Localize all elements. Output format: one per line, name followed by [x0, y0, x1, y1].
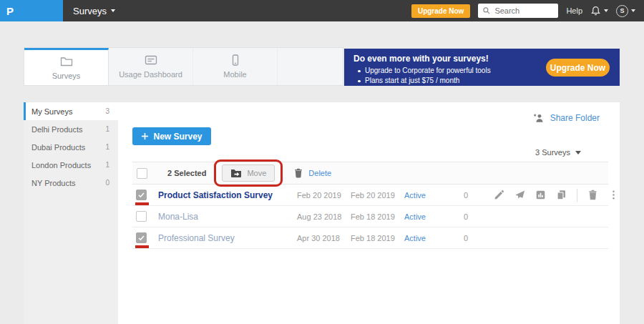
folder-count: 3: [105, 107, 109, 115]
table-row: Professional Survey Apr 30 2018 Feb 18 2…: [132, 227, 608, 249]
surveys-count-dropdown[interactable]: 3 Surveys: [535, 148, 581, 157]
share-person-icon: [533, 113, 545, 123]
row-checkbox-checked[interactable]: [136, 190, 147, 200]
row-checkbox-cell: [132, 227, 158, 248]
trash-icon[interactable]: [587, 190, 598, 200]
search-input[interactable]: [494, 6, 552, 15]
responses-count: 0: [464, 191, 494, 200]
created-date: Aug 23 2018: [297, 212, 351, 221]
send-icon[interactable]: [514, 190, 525, 200]
help-link[interactable]: Help: [566, 6, 582, 15]
red-underline-annotation: [135, 202, 149, 205]
edit-icon[interactable]: [494, 190, 504, 200]
folder-name: NY Products: [31, 179, 76, 187]
survey-title-link[interactable]: Professional Survey: [158, 233, 297, 243]
tab-label: Usage Dashboard: [119, 70, 182, 79]
sidebar-item-delhi-products[interactable]: Delhi Products 1: [24, 120, 118, 138]
modified-date: Feb 20 2019: [351, 191, 404, 200]
created-date: Feb 20 2019: [297, 191, 351, 200]
caret-down-icon: [631, 9, 635, 12]
folder-name: London Products: [31, 161, 91, 170]
banner-bullet: Plans start at just $75 / month: [353, 76, 610, 86]
plus-icon: [141, 132, 149, 140]
bell-icon: [590, 6, 601, 16]
main-panel: Share Folder New Survey 3 Surveys 2 Sele…: [118, 102, 620, 324]
promo-banner: Do even more with your surveys! Upgrade …: [344, 49, 620, 86]
tab-surveys[interactable]: Surveys: [24, 48, 109, 85]
surveys-dropdown-label: 3 Surveys: [535, 148, 570, 157]
tab-label: Surveys: [52, 72, 81, 80]
move-folder-icon: [230, 168, 242, 178]
row-actions: [494, 189, 623, 202]
responses-count: 0: [464, 234, 494, 242]
caret-down-icon: [575, 151, 581, 154]
table-row: Mona-Lisa Aug 23 2018 Feb 18 2019 Active…: [132, 206, 608, 227]
new-survey-button[interactable]: New Survey: [132, 127, 211, 145]
app-menu-label: Surveys: [73, 6, 107, 16]
new-survey-label: New Survey: [153, 132, 202, 142]
search-icon: [482, 6, 491, 15]
survey-title-link[interactable]: Product Satisfaction Survey: [158, 190, 297, 200]
caret-down-icon: [111, 9, 115, 12]
actions-divider: [577, 189, 577, 202]
app-switcher-menu[interactable]: Surveys: [73, 6, 115, 16]
duplicate-icon[interactable]: [556, 190, 567, 200]
row-checkbox-cell: [132, 206, 158, 227]
trash-icon: [293, 168, 303, 178]
modified-date: Feb 18 2019: [351, 212, 404, 221]
caret-down-icon: [604, 9, 608, 12]
table-row: Product Satisfaction Survey Feb 20 2019 …: [132, 185, 608, 206]
upgrade-now-button[interactable]: Upgrade Now: [411, 4, 470, 18]
status-label[interactable]: Active: [404, 191, 464, 200]
row-checkbox-cell: [132, 185, 158, 205]
row-checkbox-checked[interactable]: [136, 232, 147, 243]
folder-count: 1: [105, 143, 109, 151]
top-bar: P Surveys Upgrade Now Help S: [0, 0, 644, 21]
survey-title-link[interactable]: Mona-Lisa: [158, 212, 297, 222]
delete-label: Delete: [308, 169, 331, 177]
tab-strip: Surveys Usage Dashboard Mobile: [24, 47, 343, 86]
surveys-table: 2 Selected Move Delete: [132, 162, 608, 249]
account-menu[interactable]: S: [616, 5, 635, 17]
folder-icon: [60, 56, 73, 67]
responses-count: 0: [464, 212, 494, 221]
move-label: Move: [247, 169, 266, 177]
status-label[interactable]: Active: [404, 234, 464, 242]
topbar-right: Upgrade Now Help S: [411, 4, 644, 18]
folder-name: Dubai Products: [31, 143, 85, 152]
folder-count: 1: [105, 125, 109, 133]
banner-upgrade-button[interactable]: Upgrade Now: [546, 59, 610, 77]
move-button[interactable]: Move: [222, 165, 275, 182]
tab-mobile[interactable]: Mobile: [193, 48, 278, 85]
share-folder-label: Share Folder: [550, 113, 600, 123]
bulk-action-bar: 2 Selected Move Delete: [132, 162, 608, 185]
folder-name: My Surveys: [31, 107, 72, 116]
selected-count-label: 2 Selected: [167, 169, 206, 177]
search-box[interactable]: [478, 4, 558, 18]
created-date: Apr 30 2018: [297, 234, 351, 242]
proprofs-logo-icon: P: [6, 6, 14, 16]
surveys-dashboard-page: P Surveys Upgrade Now Help S: [0, 0, 644, 324]
reports-icon[interactable]: [535, 190, 546, 200]
mobile-icon: [229, 54, 242, 66]
sidebar-item-dubai-products[interactable]: Dubai Products 1: [24, 138, 118, 156]
sidebar-item-my-surveys[interactable]: My Surveys 3: [24, 102, 118, 120]
more-options-icon[interactable]: [608, 190, 619, 200]
red-underline-annotation: [135, 245, 149, 248]
row-checkbox[interactable]: [136, 211, 147, 222]
folder-name: Delhi Products: [31, 125, 83, 134]
notifications-control[interactable]: [590, 6, 608, 16]
share-folder-link[interactable]: Share Folder: [533, 113, 600, 123]
brand-block: P: [0, 0, 63, 21]
select-all-checkbox[interactable]: [137, 168, 147, 179]
dashboard-icon: [145, 54, 157, 66]
folders-sidebar: My Surveys 3 Delhi Products 1 Dubai Prod…: [24, 102, 118, 324]
tab-label: Mobile: [223, 70, 246, 79]
status-label[interactable]: Active: [404, 212, 464, 221]
sidebar-item-ny-products[interactable]: NY Products 0: [24, 174, 118, 192]
tab-usage-dashboard[interactable]: Usage Dashboard: [109, 48, 193, 85]
delete-button[interactable]: Delete: [293, 168, 331, 178]
avatar: S: [616, 5, 628, 17]
sidebar-item-london-products[interactable]: London Products 1: [24, 156, 118, 174]
move-button-wrapper: Move: [222, 165, 275, 182]
